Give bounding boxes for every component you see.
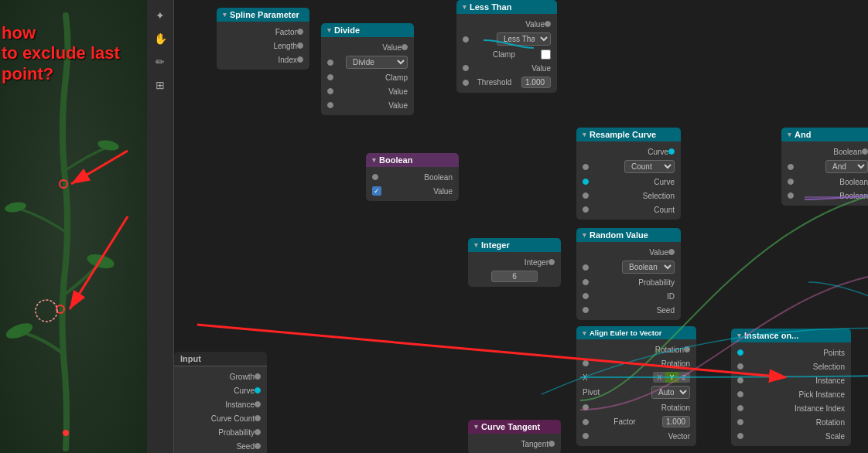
less-than-body: Value Less Than Clamp Value Threshold — [456, 14, 557, 93]
lt-clamp: Clamp — [456, 47, 557, 61]
lt-out — [545, 21, 551, 27]
clamp-row: Clamp — [321, 70, 414, 84]
instance-on-title: Instance on... — [744, 331, 798, 340]
ae-rotation-in2: Rotation — [576, 400, 696, 414]
in-curve: Curve — [174, 383, 267, 397]
in-cc-sock — [255, 415, 261, 421]
boolean-node: ▾ Boolean Boolean ✓ Value — [366, 153, 459, 201]
random-type[interactable]: Boolean — [622, 261, 675, 274]
in-seed: Seed — [174, 439, 267, 453]
resample-mode-row: Count — [576, 158, 681, 175]
divide-val1: Value — [321, 84, 414, 98]
ae-rotation-in: Rotation — [576, 356, 696, 370]
grid-icon[interactable]: ⊞ — [151, 76, 169, 94]
brush-icon[interactable]: ✏ — [151, 53, 169, 71]
divide-header: ▾ Divide — [321, 23, 414, 37]
and-select-row: And — [781, 158, 868, 175]
resample-title: Resample Curve — [589, 130, 656, 139]
lt-type-row: Less Than — [456, 31, 557, 47]
grab-icon[interactable]: ✋ — [151, 29, 169, 48]
random-header: ▾ Random Value — [576, 228, 681, 242]
less-than-title: Less Than — [470, 2, 511, 12]
resample-sel-sock — [583, 192, 589, 199]
ae-xyz-row: X X Y Z — [576, 370, 696, 384]
bool-in-sock — [372, 174, 378, 180]
resample-curve-node: ▾ Resample Curve Curve Count Curve Selec… — [576, 128, 681, 220]
lt-value-in: Value — [456, 61, 557, 75]
instance-on-node: ▾ Instance on... Points Selection Instan… — [731, 329, 851, 446]
length-socket — [297, 43, 303, 49]
resample-selection: Selection — [576, 189, 681, 203]
pivot-select[interactable]: Auto — [651, 386, 690, 399]
x-btn[interactable]: X — [653, 372, 665, 383]
spline-parameter-node: ▾ Spline Parameter Factor Length Index — [217, 8, 309, 70]
random-out-sock — [668, 249, 675, 255]
lt-type[interactable]: Less Than — [497, 32, 551, 46]
inst-rotation: Rotation — [731, 415, 851, 429]
ae-rot-sock — [684, 346, 690, 353]
svg-line-13 — [197, 325, 785, 377]
node-editor: ▾ Spline Parameter Factor Length Index ▾… — [174, 0, 868, 453]
threshold-input[interactable] — [521, 77, 551, 88]
in-growth: Growth — [174, 370, 267, 383]
ae-rot2-sock — [583, 404, 589, 410]
collapse-icon[interactable]: ▾ — [223, 11, 227, 19]
inst-points-sock — [737, 349, 743, 356]
divide-node: ▾ Divide Value Divide Clamp Value Va — [321, 23, 414, 115]
integer-header: ▾ Integer — [468, 238, 561, 252]
ae-factor-sock — [583, 419, 589, 425]
less-than-header: ▾ Less Than — [456, 0, 557, 14]
inst-pick-sock — [737, 391, 743, 397]
lt-threshold: Threshold — [456, 75, 557, 90]
divide-title: Divide — [334, 26, 360, 35]
input-node: Input Growth Curve Instance Curve Count … — [174, 352, 267, 453]
int-out-sock — [548, 259, 555, 265]
less-than-node: ▾ Less Than Value Less Than Clamp Value — [456, 0, 557, 93]
resample-out-sock — [668, 148, 675, 155]
random-val-out: Value — [576, 245, 681, 259]
rand-id-sock — [583, 293, 589, 299]
rand-prob: Probability — [576, 275, 681, 289]
resample-curve-in: Curve — [576, 175, 681, 189]
ae-factor-row: Factor — [576, 414, 696, 429]
y-btn[interactable]: Y — [665, 372, 678, 383]
in-seed-sock — [255, 443, 261, 449]
xyz-buttons[interactable]: X Y Z — [653, 372, 690, 383]
index-row: Index — [217, 53, 309, 66]
input-body: Growth Curve Instance Curve Count Probab… — [174, 366, 267, 453]
ae-vec-sock — [583, 433, 589, 439]
val2-socket — [327, 102, 333, 108]
rand-id: ID — [576, 289, 681, 303]
and-bool2: Boolean — [781, 189, 868, 203]
curve-tangent-title: Curve Tangent — [481, 422, 540, 431]
divide-mode[interactable]: Divide — [346, 56, 408, 69]
inst-selection: Selection — [731, 359, 851, 373]
in-inst-sock — [255, 401, 261, 407]
factor-socket — [297, 29, 303, 35]
spline-parameter-body: Factor Length Index — [217, 22, 309, 70]
resample-mode[interactable]: Count — [624, 160, 675, 173]
inst-inst-sock — [737, 377, 743, 383]
integer-input[interactable] — [491, 271, 538, 282]
inst-instance: Instance — [731, 373, 851, 387]
inst-index: Instance Index — [731, 401, 851, 415]
divide-in1 — [327, 60, 333, 66]
cursor-icon[interactable]: ✦ — [151, 6, 169, 25]
lt-clamp-cb[interactable] — [541, 49, 551, 60]
ae-vector-row: Vector — [576, 429, 696, 443]
ae-factor-input[interactable] — [662, 416, 690, 427]
and-bool2-sock — [788, 192, 794, 199]
index-socket — [297, 56, 303, 63]
and-bool-out: Boolean — [781, 145, 868, 158]
z-btn[interactable]: Z — [678, 372, 691, 383]
boolean-body: Boolean ✓ Value — [366, 167, 459, 201]
spline-parameter-title: Spline Parameter — [230, 10, 299, 19]
rand-prob-sock — [583, 279, 589, 285]
and-mode[interactable]: And — [825, 160, 868, 173]
ae-pivot-row: Pivot Auto — [576, 384, 696, 400]
boolean-checkbox[interactable]: ✓ — [372, 186, 381, 196]
tangent-sock — [548, 441, 555, 447]
inst-scale: Scale — [731, 429, 851, 443]
inst-rot-sock — [737, 419, 743, 425]
inst-points: Points — [731, 346, 851, 359]
